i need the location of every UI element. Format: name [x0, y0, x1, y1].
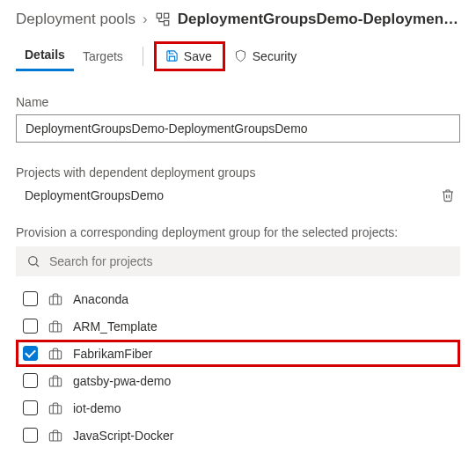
- name-input[interactable]: [16, 114, 460, 143]
- svg-line-4: [36, 264, 39, 267]
- provision-label: Provision a corresponding deployment gro…: [16, 225, 460, 239]
- project-name: iot-demo: [73, 401, 121, 415]
- briefcase-icon: [48, 292, 62, 306]
- breadcrumb-current: DeploymentGroupsDemo-Deployment...: [178, 11, 460, 28]
- briefcase-icon: [48, 319, 62, 334]
- toolbar: Details Targets Save Security: [16, 40, 460, 72]
- dependent-group-name: DeploymentGroupsDemo: [25, 188, 164, 202]
- project-name: FabrikamFiber: [73, 347, 152, 361]
- checkbox[interactable]: [23, 373, 38, 388]
- briefcase-icon: [48, 347, 62, 361]
- security-label: Security: [253, 49, 297, 63]
- tab-targets[interactable]: Targets: [74, 42, 132, 70]
- project-name: gatsby-pwa-demo: [73, 374, 171, 388]
- checkbox[interactable]: [23, 346, 38, 361]
- delete-icon[interactable]: [441, 188, 455, 202]
- svg-rect-6: [49, 323, 61, 331]
- svg-rect-0: [157, 13, 161, 18]
- save-label: Save: [184, 49, 212, 63]
- save-icon: [165, 49, 179, 62]
- briefcase-icon: [48, 429, 62, 443]
- svg-rect-2: [164, 21, 168, 26]
- highlight-save: Save: [154, 41, 225, 71]
- project-row-gatsby[interactable]: gatsby-pwa-demo: [16, 367, 460, 394]
- svg-rect-5: [49, 296, 61, 304]
- shield-icon: [234, 49, 247, 62]
- project-row-js-docker[interactable]: JavaScript-Docker: [16, 422, 460, 449]
- briefcase-icon: [48, 374, 62, 388]
- checkbox[interactable]: [23, 428, 38, 443]
- svg-rect-8: [49, 378, 61, 385]
- dependent-group-row: DeploymentGroupsDemo: [16, 185, 460, 206]
- breadcrumb: Deployment pools › DeploymentGroupsDemo-…: [16, 11, 460, 28]
- security-button[interactable]: Security: [225, 44, 306, 69]
- project-row-fabrikamfiber[interactable]: FabrikamFiber: [16, 340, 460, 367]
- project-row-arm-template[interactable]: ARM_Template: [16, 312, 460, 340]
- deployment-pool-icon: [155, 11, 171, 27]
- briefcase-icon: [48, 401, 62, 415]
- svg-point-3: [29, 257, 37, 265]
- checkbox[interactable]: [23, 400, 38, 415]
- svg-rect-7: [49, 350, 61, 358]
- save-button[interactable]: Save: [158, 46, 219, 67]
- search-projects[interactable]: [16, 246, 460, 276]
- search-icon: [26, 254, 40, 268]
- checkbox[interactable]: [23, 291, 38, 306]
- project-list: Anaconda ARM_Template FabrikamFiber gats…: [16, 285, 460, 449]
- project-name: JavaScript-Docker: [73, 429, 173, 443]
- svg-rect-1: [164, 13, 168, 18]
- breadcrumb-parent[interactable]: Deployment pools: [16, 11, 135, 28]
- search-input[interactable]: [49, 254, 450, 268]
- project-name: ARM_Template: [73, 319, 157, 334]
- project-name: Anaconda: [73, 292, 128, 306]
- chevron-right-icon: ›: [143, 11, 148, 28]
- project-row-anaconda[interactable]: Anaconda: [16, 285, 460, 312]
- project-row-iot-demo[interactable]: iot-demo: [16, 394, 460, 422]
- dependent-groups-label: Projects with dependent deployment group…: [16, 165, 460, 180]
- svg-rect-10: [49, 432, 61, 440]
- checkbox[interactable]: [23, 319, 38, 334]
- toolbar-divider: [143, 47, 143, 66]
- tab-details[interactable]: Details: [16, 40, 74, 71]
- svg-rect-9: [49, 405, 61, 413]
- name-label: Name: [16, 95, 460, 109]
